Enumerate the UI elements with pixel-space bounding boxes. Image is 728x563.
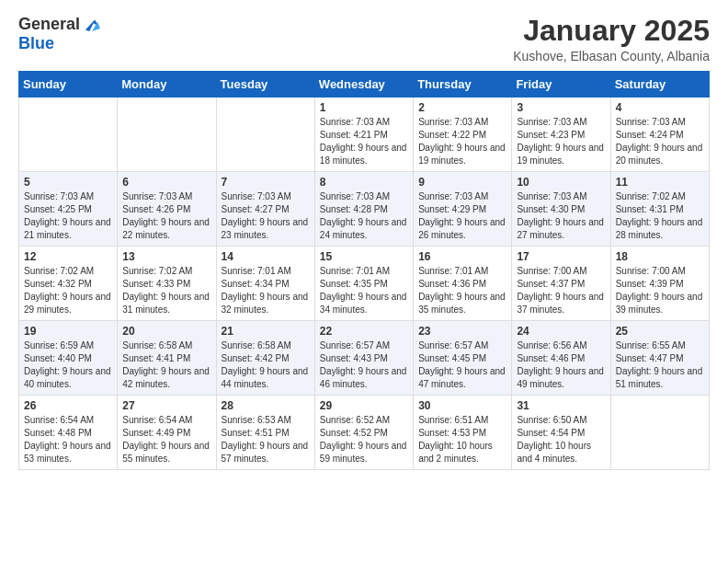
- day-info: Sunrise: 7:03 AMSunset: 4:22 PMDaylight:…: [418, 116, 506, 167]
- table-row: 14Sunrise: 7:01 AMSunset: 4:34 PMDayligh…: [216, 247, 314, 321]
- table-row: 8Sunrise: 7:03 AMSunset: 4:28 PMDaylight…: [314, 172, 413, 247]
- day-number: 30: [418, 399, 506, 412]
- table-row: 23Sunrise: 6:57 AMSunset: 4:45 PMDayligh…: [414, 321, 512, 396]
- calendar-week-row: 5Sunrise: 7:03 AMSunset: 4:25 PMDaylight…: [19, 172, 710, 247]
- day-info: Sunrise: 7:03 AMSunset: 4:25 PMDaylight:…: [24, 190, 112, 242]
- table-row: 30Sunrise: 6:51 AMSunset: 4:53 PMDayligh…: [414, 396, 512, 470]
- logo-icon: [80, 15, 100, 35]
- header-thursday: Thursday: [414, 72, 512, 98]
- day-number: 6: [122, 176, 210, 189]
- day-info: Sunrise: 7:02 AMSunset: 4:31 PMDaylight:…: [616, 190, 704, 242]
- table-row: 24Sunrise: 6:56 AMSunset: 4:46 PMDayligh…: [512, 321, 610, 396]
- header-sunday: Sunday: [19, 72, 118, 98]
- day-info: Sunrise: 6:57 AMSunset: 4:43 PMDaylight:…: [320, 339, 408, 391]
- day-number: 15: [320, 250, 408, 263]
- day-info: Sunrise: 6:58 AMSunset: 4:41 PMDaylight:…: [122, 339, 210, 391]
- day-number: 14: [222, 250, 310, 263]
- day-number: 29: [320, 399, 408, 412]
- day-number: 22: [320, 325, 408, 338]
- day-number: 9: [418, 176, 506, 189]
- day-info: Sunrise: 6:54 AMSunset: 4:48 PMDaylight:…: [24, 414, 112, 465]
- table-row: 22Sunrise: 6:57 AMSunset: 4:43 PMDayligh…: [314, 321, 413, 396]
- table-row: 20Sunrise: 6:58 AMSunset: 4:41 PMDayligh…: [118, 321, 216, 396]
- table-row: 21Sunrise: 6:58 AMSunset: 4:42 PMDayligh…: [216, 321, 314, 396]
- table-row: [216, 98, 314, 172]
- table-row: 5Sunrise: 7:03 AMSunset: 4:25 PMDaylight…: [19, 172, 118, 247]
- day-number: 26: [24, 399, 112, 412]
- day-number: 2: [418, 101, 506, 114]
- day-number: 20: [122, 325, 210, 338]
- day-info: Sunrise: 7:01 AMSunset: 4:34 PMDaylight:…: [222, 265, 310, 316]
- header-tuesday: Tuesday: [216, 72, 314, 98]
- day-info: Sunrise: 7:03 AMSunset: 4:30 PMDaylight:…: [517, 190, 605, 242]
- day-number: 28: [222, 399, 310, 412]
- header-friday: Friday: [512, 72, 610, 98]
- table-row: 12Sunrise: 7:02 AMSunset: 4:32 PMDayligh…: [19, 247, 118, 321]
- calendar-week-row: 26Sunrise: 6:54 AMSunset: 4:48 PMDayligh…: [19, 396, 710, 470]
- table-row: 4Sunrise: 7:03 AMSunset: 4:24 PMDaylight…: [610, 98, 709, 172]
- day-info: Sunrise: 6:55 AMSunset: 4:47 PMDaylight:…: [616, 339, 704, 391]
- day-number: 11: [616, 176, 704, 189]
- day-info: Sunrise: 7:02 AMSunset: 4:32 PMDaylight:…: [24, 265, 112, 316]
- day-info: Sunrise: 6:53 AMSunset: 4:51 PMDaylight:…: [222, 414, 310, 465]
- day-number: 24: [517, 325, 605, 338]
- day-info: Sunrise: 7:01 AMSunset: 4:36 PMDaylight:…: [418, 265, 506, 316]
- day-info: Sunrise: 6:51 AMSunset: 4:53 PMDaylight:…: [418, 414, 506, 465]
- day-info: Sunrise: 6:59 AMSunset: 4:40 PMDaylight:…: [24, 339, 112, 391]
- day-info: Sunrise: 6:56 AMSunset: 4:46 PMDaylight:…: [517, 339, 605, 391]
- table-row: 11Sunrise: 7:02 AMSunset: 4:31 PMDayligh…: [610, 172, 709, 247]
- table-row: 31Sunrise: 6:50 AMSunset: 4:54 PMDayligh…: [512, 396, 610, 470]
- day-info: Sunrise: 7:03 AMSunset: 4:29 PMDaylight:…: [418, 190, 506, 242]
- table-row: 17Sunrise: 7:00 AMSunset: 4:37 PMDayligh…: [512, 247, 610, 321]
- subtitle: Kushove, Elbasan County, Albania: [513, 49, 710, 63]
- day-number: 31: [517, 399, 605, 412]
- day-number: 18: [616, 250, 704, 263]
- table-row: [118, 98, 216, 172]
- day-info: Sunrise: 7:03 AMSunset: 4:24 PMDaylight:…: [616, 116, 704, 167]
- table-row: 1Sunrise: 7:03 AMSunset: 4:21 PMDaylight…: [314, 98, 413, 172]
- table-row: 2Sunrise: 7:03 AMSunset: 4:22 PMDaylight…: [414, 98, 512, 172]
- calendar-week-row: 12Sunrise: 7:02 AMSunset: 4:32 PMDayligh…: [19, 247, 710, 321]
- day-info: Sunrise: 7:02 AMSunset: 4:33 PMDaylight:…: [122, 265, 210, 316]
- table-row: 18Sunrise: 7:00 AMSunset: 4:39 PMDayligh…: [610, 247, 709, 321]
- day-number: 7: [222, 176, 310, 189]
- header-monday: Monday: [118, 72, 216, 98]
- day-info: Sunrise: 7:03 AMSunset: 4:21 PMDaylight:…: [320, 116, 408, 167]
- day-info: Sunrise: 7:00 AMSunset: 4:39 PMDaylight:…: [616, 265, 704, 316]
- day-info: Sunrise: 7:03 AMSunset: 4:26 PMDaylight:…: [122, 190, 210, 242]
- table-row: 9Sunrise: 7:03 AMSunset: 4:29 PMDaylight…: [414, 172, 512, 247]
- table-row: 7Sunrise: 7:03 AMSunset: 4:27 PMDaylight…: [216, 172, 314, 247]
- day-info: Sunrise: 6:57 AMSunset: 4:45 PMDaylight:…: [418, 339, 506, 391]
- table-row: 29Sunrise: 6:52 AMSunset: 4:52 PMDayligh…: [314, 396, 413, 470]
- day-number: 27: [122, 399, 210, 412]
- day-number: 19: [24, 325, 112, 338]
- table-row: 3Sunrise: 7:03 AMSunset: 4:23 PMDaylight…: [512, 98, 610, 172]
- day-number: 16: [418, 250, 506, 263]
- day-number: 8: [320, 176, 408, 189]
- day-number: 3: [517, 101, 605, 114]
- day-number: 21: [222, 325, 310, 338]
- day-number: 23: [418, 325, 506, 338]
- day-info: Sunrise: 6:50 AMSunset: 4:54 PMDaylight:…: [517, 414, 605, 465]
- day-number: 25: [616, 325, 704, 338]
- day-info: Sunrise: 6:58 AMSunset: 4:42 PMDaylight:…: [222, 339, 310, 391]
- logo: General Blue: [18, 15, 100, 53]
- calendar-week-row: 1Sunrise: 7:03 AMSunset: 4:21 PMDaylight…: [19, 98, 710, 172]
- calendar-week-row: 19Sunrise: 6:59 AMSunset: 4:40 PMDayligh…: [19, 321, 710, 396]
- day-info: Sunrise: 7:01 AMSunset: 4:35 PMDaylight:…: [320, 265, 408, 316]
- table-row: 16Sunrise: 7:01 AMSunset: 4:36 PMDayligh…: [414, 247, 512, 321]
- day-info: Sunrise: 6:54 AMSunset: 4:49 PMDaylight:…: [122, 414, 210, 465]
- title-block: January 2025 Kushove, Elbasan County, Al…: [513, 15, 710, 63]
- day-number: 10: [517, 176, 605, 189]
- table-row: 26Sunrise: 6:54 AMSunset: 4:48 PMDayligh…: [19, 396, 118, 470]
- day-info: Sunrise: 7:03 AMSunset: 4:28 PMDaylight:…: [320, 190, 408, 242]
- table-row: 13Sunrise: 7:02 AMSunset: 4:33 PMDayligh…: [118, 247, 216, 321]
- day-info: Sunrise: 7:03 AMSunset: 4:23 PMDaylight:…: [517, 116, 605, 167]
- day-info: Sunrise: 6:52 AMSunset: 4:52 PMDaylight:…: [320, 414, 408, 465]
- day-number: 1: [320, 101, 408, 114]
- day-number: 5: [24, 176, 112, 189]
- page-container: General Blue January 2025 Kushove, Elbas…: [0, 0, 728, 479]
- calendar-table: Sunday Monday Tuesday Wednesday Thursday…: [18, 71, 710, 470]
- table-row: [19, 98, 118, 172]
- table-row: 15Sunrise: 7:01 AMSunset: 4:35 PMDayligh…: [314, 247, 413, 321]
